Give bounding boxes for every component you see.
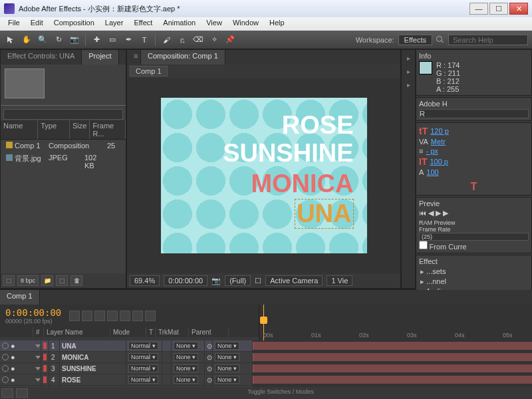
layer-color[interactable]: [43, 376, 47, 383]
panel-btn[interactable]: ▸: [402, 65, 414, 77]
from-current-checkbox[interactable]: [419, 241, 428, 249]
menu-edit[interactable]: Edit: [25, 17, 49, 31]
header-framerate[interactable]: Frame R...: [90, 120, 126, 139]
search-input[interactable]: [448, 35, 528, 45]
mode-select[interactable]: Normal ▾: [128, 376, 158, 384]
tl-blend-button[interactable]: [132, 311, 143, 321]
visibility-icon[interactable]: [2, 376, 9, 383]
parent-select[interactable]: None ▾: [215, 364, 239, 372]
tl-shy-button[interactable]: [94, 311, 105, 321]
project-item-comp[interactable]: Comp 1 Composition 25: [1, 140, 126, 152]
workspace-select[interactable]: Effects: [398, 35, 432, 45]
layer-color[interactable]: [43, 342, 47, 349]
leading-val[interactable]: 100 p: [430, 158, 448, 166]
zoom-tool[interactable]: 🔍: [36, 33, 49, 47]
trkmat-select[interactable]: None ▾: [174, 364, 198, 372]
brush-tool[interactable]: 🖌: [160, 33, 173, 47]
trkmat-select[interactable]: None ▾: [174, 353, 198, 361]
project-search[interactable]: [3, 109, 123, 120]
header-name[interactable]: Name: [1, 120, 38, 139]
timecode-display[interactable]: 0:00:00:00: [164, 275, 207, 286]
comp-menu-icon[interactable]: ≡: [127, 50, 141, 65]
solo-icon[interactable]: ●: [11, 364, 15, 372]
play-button[interactable]: ▶: [436, 209, 441, 217]
text-monica[interactable]: MONICA: [251, 170, 353, 198]
maximize-button[interactable]: ☐: [489, 3, 508, 15]
layer-row[interactable]: ● 3 SUNSHINE Normal ▾ None ▾ ⊙ None ▾: [0, 363, 532, 374]
menu-window[interactable]: Window: [227, 17, 264, 31]
menu-composition[interactable]: Composition: [49, 17, 100, 31]
tl-zoom-button[interactable]: [1, 388, 13, 398]
resolution-select[interactable]: (Full): [225, 275, 251, 286]
layer-bar[interactable]: [253, 386, 532, 387]
tab-effect-controls[interactable]: Effect Controls: UNA: [1, 50, 82, 65]
anchor-tool[interactable]: ✚: [90, 33, 103, 47]
type-tool-icon[interactable]: T: [471, 181, 477, 192]
current-timecode[interactable]: 0:00:00:00: [5, 307, 61, 318]
minimize-button[interactable]: —: [469, 3, 488, 15]
adobe-input[interactable]: [419, 109, 529, 118]
new-folder-button[interactable]: 📁: [41, 275, 53, 286]
delete-button[interactable]: 🗑: [70, 275, 82, 286]
camera-tool[interactable]: 📷: [68, 33, 81, 47]
effect-item[interactable]: ▸ ...nnel: [419, 277, 529, 287]
tl-expand-button[interactable]: [16, 388, 28, 398]
comp-breadcrumb[interactable]: Comp 1: [130, 66, 168, 76]
visibility-icon[interactable]: [2, 354, 9, 360]
framerate-select[interactable]: (25): [419, 233, 529, 241]
scale-val[interactable]: 100: [426, 168, 438, 176]
layer-bar[interactable]: [253, 374, 532, 385]
header-size[interactable]: Size: [70, 120, 90, 139]
parent-select[interactable]: None ▾: [215, 353, 239, 361]
composition-viewer[interactable]: ROSE SUNSHINE MONICA UNA: [127, 78, 400, 273]
snapshot-icon[interactable]: 📷: [211, 277, 221, 285]
expand-icon[interactable]: [35, 367, 41, 370]
tab-composition[interactable]: Composition: Comp 1: [141, 50, 225, 65]
prev-frame-button[interactable]: ◀: [428, 209, 434, 217]
tab-project[interactable]: Project: [82, 50, 118, 65]
puppet-tool[interactable]: 📌: [223, 33, 237, 47]
zoom-select[interactable]: 69.4%: [130, 275, 160, 286]
layer-color[interactable]: [43, 354, 47, 360]
menu-file[interactable]: File: [3, 17, 25, 31]
trkmat-select[interactable]: None ▾: [174, 376, 198, 384]
header-type[interactable]: Type: [38, 120, 70, 139]
solo-icon[interactable]: ●: [11, 353, 15, 361]
tl-graph-button[interactable]: [120, 311, 130, 321]
interpret-button[interactable]: ⬚: [3, 275, 15, 286]
text-una[interactable]: UNA: [295, 199, 353, 229]
panel-btn[interactable]: ▸: [402, 78, 414, 90]
parent-select[interactable]: None ▾: [215, 376, 239, 384]
time-ruler[interactable]: 00s 01s 02s 03s 04s 05s: [259, 305, 532, 340]
solo-icon[interactable]: ●: [11, 376, 15, 384]
solo-icon[interactable]: ●: [11, 342, 15, 350]
text-sunshine[interactable]: SUNSHINE: [223, 139, 353, 168]
first-frame-button[interactable]: ⏮: [419, 209, 426, 217]
menu-effect[interactable]: Effect: [128, 17, 158, 31]
mode-select[interactable]: Normal ▾: [128, 353, 158, 361]
trkmat-select[interactable]: None ▾: [174, 342, 198, 350]
stroke-width[interactable]: - px: [426, 147, 438, 155]
roto-tool[interactable]: ✧: [207, 33, 221, 47]
expand-icon[interactable]: [35, 356, 41, 359]
rect-tool[interactable]: ▭: [106, 33, 119, 47]
camera-select[interactable]: Active Camera: [265, 275, 323, 286]
layer-color[interactable]: [43, 365, 47, 372]
expand-icon[interactable]: [35, 344, 41, 348]
project-item-jpg[interactable]: 背景.jpg JPEG 102 KB: [1, 152, 126, 172]
layer-row[interactable]: ● 1 UNA Normal ▾ None ▾ ⊙ None ▾: [0, 340, 532, 352]
clone-tool[interactable]: ⎌: [176, 33, 189, 47]
text-rose[interactable]: ROSE: [282, 111, 354, 140]
selection-tool[interactable]: [4, 33, 17, 47]
expand-icon[interactable]: [35, 378, 41, 382]
eraser-tool[interactable]: ⌫: [192, 33, 205, 47]
timeline-tab[interactable]: Comp 1: [0, 290, 40, 305]
tl-search-button[interactable]: [69, 311, 80, 321]
font-size[interactable]: 120 p: [430, 127, 449, 135]
mode-select[interactable]: Normal ▾: [128, 342, 158, 350]
layer-bar[interactable]: [253, 340, 532, 351]
view-select[interactable]: 1 Vie: [327, 275, 352, 286]
layer-row[interactable]: ● 2 MONICA Normal ▾ None ▾ ⊙ None ▾: [0, 352, 532, 363]
tl-blur-button[interactable]: [107, 311, 118, 321]
menu-animation[interactable]: Animation: [158, 17, 201, 31]
